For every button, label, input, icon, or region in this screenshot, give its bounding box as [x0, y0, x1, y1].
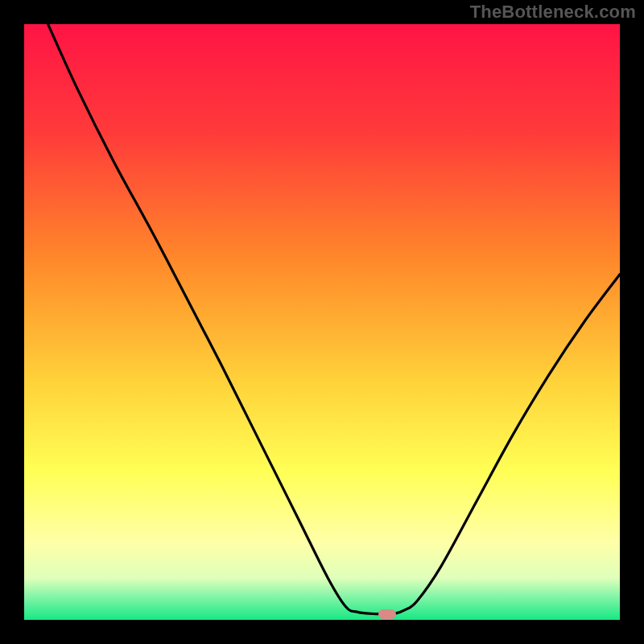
chart-frame: TheBottleneck.com: [0, 0, 644, 644]
watermark-text: TheBottleneck.com: [470, 2, 636, 23]
curve-layer: [24, 24, 620, 620]
bottleneck-curve: [48, 24, 620, 614]
plot-area: [24, 24, 620, 620]
optimal-marker: [378, 609, 396, 619]
